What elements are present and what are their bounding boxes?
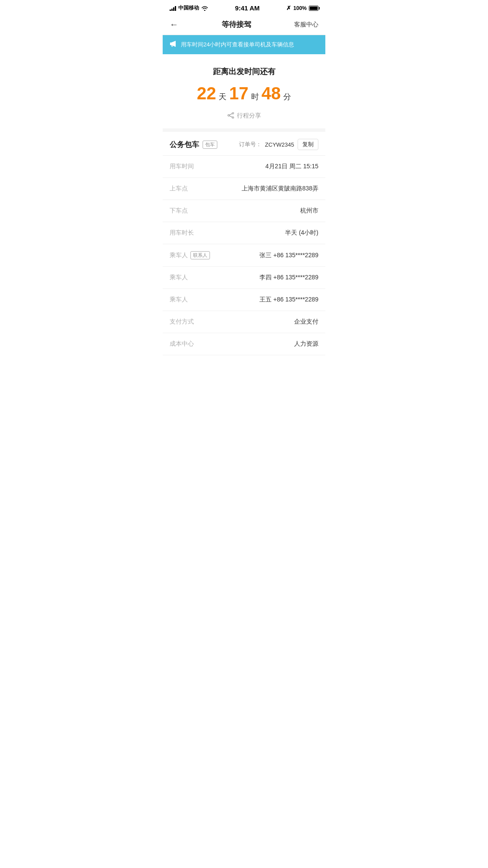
detail-row: 支付方式企业支付: [163, 311, 325, 333]
order-id-label: 订单号：: [239, 141, 262, 148]
megaphone-icon: [170, 40, 177, 49]
order-section: 公务包车 包车 订单号： ZCYW2345 复制 用车时间4月21日 周二 15…: [163, 132, 325, 355]
detail-row: 用车时间4月21日 周二 15:15: [163, 156, 325, 178]
banner-message: 用车时间24小时内可查看接单司机及车辆信息: [181, 41, 294, 49]
wifi-icon: [201, 6, 208, 11]
detail-value: 李四 +86 135****2289: [259, 274, 318, 282]
detail-value: 王五 +86 135****2289: [259, 296, 318, 304]
status-time: 9:41 AM: [235, 4, 260, 12]
detail-label: 乘车人: [170, 296, 188, 304]
battery-percent: 100%: [293, 5, 307, 11]
countdown-title: 距离出发时间还有: [171, 66, 317, 77]
detail-label: 支付方式: [170, 318, 194, 326]
share-section[interactable]: 行程分享: [171, 112, 317, 120]
order-type-name: 公务包车: [170, 140, 199, 150]
detail-value: 人力资源: [294, 340, 318, 348]
detail-label: 乘车人: [170, 274, 188, 282]
detail-row: 成本中心人力资源: [163, 333, 325, 355]
countdown-card: 距离出发时间还有 22 天 17 时 48 分 行程分享: [163, 54, 325, 132]
share-icon: [227, 112, 234, 120]
svg-point-2: [232, 117, 234, 118]
order-id-value: ZCYW2345: [265, 141, 294, 148]
detail-label: 用车时长: [170, 229, 194, 237]
svg-point-3: [228, 115, 229, 116]
battery-icon: [309, 6, 318, 11]
detail-rows: 用车时间4月21日 周二 15:15上车点上海市黄浦区黄陂南路838弄下车点杭州…: [163, 156, 325, 355]
svg-line-4: [229, 113, 232, 115]
status-right: ✗ 100%: [286, 5, 318, 11]
detail-value: 杭州市: [300, 207, 318, 215]
type-badge: 包车: [203, 141, 217, 149]
carrier-label: 中国移动: [178, 4, 199, 12]
countdown-minutes: 48: [262, 84, 281, 103]
detail-row: 乘车人王五 +86 135****2289: [163, 289, 325, 311]
order-id-section: 订单号： ZCYW2345 复制: [239, 139, 318, 150]
days-unit: 天: [219, 92, 226, 102]
detail-row: 乘车人联系人张三 +86 135****2289: [163, 244, 325, 267]
detail-row: 下车点杭州市: [163, 200, 325, 222]
detail-value: 4月21日 周二 15:15: [265, 163, 318, 170]
detail-value: 张三 +86 135****2289: [259, 252, 318, 259]
status-left: 中国移动: [170, 4, 208, 12]
customer-service-button[interactable]: 客服中心: [294, 21, 318, 29]
detail-value: 企业支付: [294, 318, 318, 326]
bluetooth-icon: ✗: [286, 5, 291, 11]
detail-row: 乘车人李四 +86 135****2289: [163, 267, 325, 289]
page-title: 等待接驾: [222, 20, 251, 29]
contact-badge: 联系人: [190, 251, 210, 259]
detail-label: 上车点: [170, 185, 188, 193]
detail-label: 乘车人联系人: [170, 251, 210, 259]
hours-unit: 时: [251, 92, 259, 102]
status-bar: 中国移动 9:41 AM ✗ 100%: [163, 0, 325, 14]
detail-row: 用车时长半天 (4小时): [163, 222, 325, 244]
detail-label: 成本中心: [170, 340, 194, 348]
nav-bar: ← 等待接驾 客服中心: [163, 14, 325, 35]
detail-value: 上海市黄浦区黄陂南路838弄: [242, 185, 318, 193]
signal-icon: [170, 6, 176, 11]
detail-label: 下车点: [170, 207, 188, 215]
svg-point-1: [232, 112, 234, 114]
info-banner: 用车时间24小时内可查看接单司机及车辆信息: [163, 35, 325, 54]
detail-label: 用车时间: [170, 163, 194, 170]
countdown-days: 22: [197, 84, 216, 103]
countdown-numbers: 22 天 17 时 48 分: [171, 84, 317, 103]
detail-value: 半天 (4小时): [285, 229, 318, 237]
detail-row: 上车点上海市黄浦区黄陂南路838弄: [163, 178, 325, 200]
countdown-hours: 17: [229, 84, 249, 103]
svg-marker-0: [170, 43, 171, 45]
order-header: 公务包车 包车 订单号： ZCYW2345 复制: [163, 132, 325, 156]
copy-button[interactable]: 复制: [298, 139, 318, 150]
svg-line-5: [229, 115, 232, 117]
back-button[interactable]: ←: [170, 20, 178, 29]
order-type: 公务包车 包车: [170, 140, 217, 150]
minutes-unit: 分: [283, 92, 291, 102]
share-label: 行程分享: [237, 112, 261, 120]
